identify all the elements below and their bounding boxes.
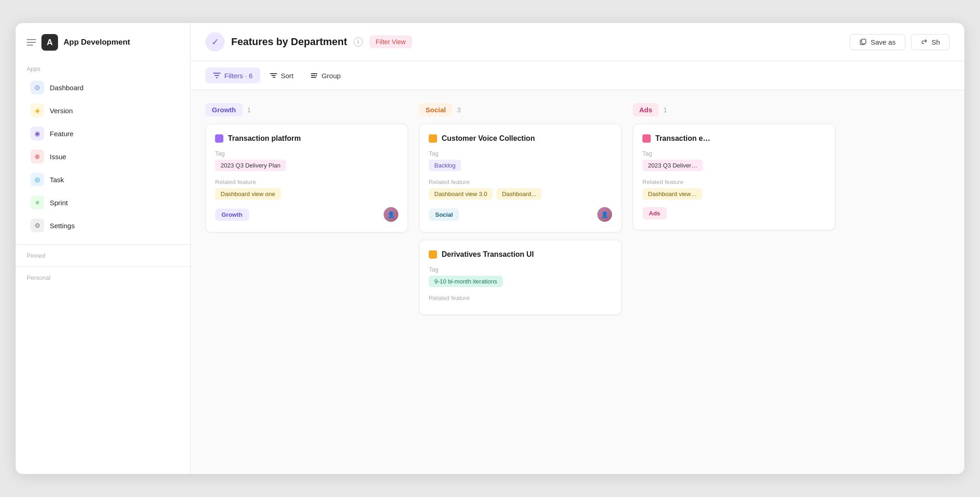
info-icon[interactable]: i [354,37,363,46]
card-tag-section: Tag Backlog [429,150,612,171]
share-button[interactable]: Sh [911,34,950,50]
card-transaction-ex: Transaction e… Tag 2023 Q3 Deliver… Rela… [633,124,835,230]
save-as-button[interactable]: Save as [850,34,905,50]
sidebar-item-feature[interactable]: ◉ Feature [19,122,187,145]
sidebar-divider-1 [16,244,190,245]
sidebar-nav: ⊙ Dashboard ◈ Version ◉ Feature ⊗ Issue … [16,76,190,237]
column-count-ads: 1 [663,106,667,114]
sidebar-item-label: Version [50,107,73,115]
column-ads: Ads 1 Transaction e… Tag 2023 Q3 Deliver… [633,103,835,461]
related-feature-label: Related feature [215,179,398,185]
card-footer: Growth 👤 [215,207,398,222]
header-right: Save as Sh [850,34,950,50]
sidebar-item-issue[interactable]: ⊗ Issue [19,145,187,168]
sidebar: A App Development Apps ⊙ Dashboard ◈ Ver… [16,23,191,474]
sidebar-item-task[interactable]: ◎ Task [19,168,187,191]
tag-chip: 2023 Q3 Delivery Plan [215,160,286,171]
share-icon [921,38,928,46]
sidebar-item-settings[interactable]: ⚙ Settings [19,214,187,237]
task-icon: ◎ [30,173,44,186]
version-icon: ◈ [30,104,44,117]
card-title-row: Transaction platform [215,134,398,143]
toolbar: Filters · 6 Sort Group [191,61,964,90]
column-header-social: Social 3 [419,103,622,116]
related-features: Dashboard view one [215,188,398,200]
sidebar-item-label: Dashboard [50,84,83,92]
dept-badge-ads: Ads [642,207,667,220]
copy-icon [859,38,867,46]
svg-rect-1 [862,39,866,44]
card-tag-section: Tag 2023 Q3 Deliver… [642,150,826,171]
app-logo: A [41,34,58,51]
column-growth: Growth 1 Transaction platform Tag 2023 Q… [205,103,408,461]
group-icon [310,71,318,80]
card-tag-section: Tag 9-10 bi-month iterations [429,266,612,287]
tag-label: Tag [429,266,612,273]
sort-button[interactable]: Sort [262,68,301,83]
pinned-section-label: Pinned [16,252,190,259]
tag-label: Tag [429,150,612,157]
avatar: 👤 [384,207,398,222]
column-label-growth: Growth [205,103,243,116]
sidebar-item-label: Task [50,176,64,184]
card-footer: Ads [642,207,826,220]
settings-icon: ⚙ [30,219,44,232]
sidebar-divider-2 [16,266,190,267]
related-features: Dashboard view… [642,188,826,200]
issue-icon: ⊗ [30,150,44,163]
card-dot-orange [429,250,437,259]
card-dot-orange [429,134,437,143]
column-label-ads: Ads [633,103,659,116]
tag-chip: 2023 Q3 Deliver… [642,160,703,171]
card-related-section: Related feature Dashboard view… [642,179,826,200]
column-label-social: Social [419,103,452,116]
view-icon-wrapper: ✓ [205,32,225,52]
dept-badge-social: Social [429,208,459,221]
card-derivatives-transaction: Derivatives Transaction UI Tag 9-10 bi-m… [419,240,622,315]
card-dot-pink [642,134,651,143]
column-social: Social 3 Customer Voice Collection Tag B… [419,103,622,461]
card-title: Customer Voice Collection [442,134,535,143]
card-footer: Social 👤 [429,207,612,222]
sidebar-item-version[interactable]: ◈ Version [19,99,187,122]
column-count-growth: 1 [247,106,251,114]
tag-chip-green: 9-10 bi-month iterations [429,276,503,287]
svg-point-2 [316,75,317,76]
column-count-social: 3 [457,106,461,114]
card-tag-section: Tag 2023 Q3 Delivery Plan [215,150,398,171]
sidebar-item-sprint[interactable]: ≡ Sprint [19,191,187,214]
personal-section-label: Personal [16,274,190,281]
card-dot-purple [215,134,223,143]
column-header-growth: Growth 1 [205,103,408,116]
tag-label: Tag [215,150,398,157]
group-button[interactable]: Group [303,68,348,83]
card-related-section: Related feature [429,295,612,304]
filter-view-badge[interactable]: Filter View [369,35,412,48]
feature-icon: ◉ [30,127,44,140]
card-related-section: Related feature Dashboard view 3.0 Dashb… [429,179,612,200]
sidebar-item-label: Settings [50,222,75,230]
related-feature-label: Related feature [429,179,612,185]
card-title-row: Customer Voice Collection [429,134,612,143]
dashboard-icon: ⊙ [30,81,44,94]
card-related-section: Related feature Dashboard view one [215,179,398,200]
related-chip: Dashboard view… [642,188,702,200]
main-content: ✓ Features by Department i Filter View S… [191,23,964,474]
card-title: Derivatives Transaction UI [442,250,534,259]
menu-icon[interactable] [27,39,36,46]
check-icon: ✓ [211,36,219,47]
card-customer-voice: Customer Voice Collection Tag Backlog Re… [419,124,622,232]
related-feature-label: Related feature [429,295,612,301]
dept-badge-growth: Growth [215,208,249,221]
related-chip-2: Dashboard... [496,188,542,200]
related-chip-1: Dashboard view 3.0 [429,188,493,200]
sidebar-item-dashboard[interactable]: ⊙ Dashboard [19,76,187,99]
app-name: App Development [64,38,130,47]
sidebar-item-label: Feature [50,130,74,138]
board-area: Growth 1 Transaction platform Tag 2023 Q… [191,90,964,474]
sprint-icon: ≡ [30,196,44,209]
column-header-ads: Ads 1 [633,103,835,116]
filters-button[interactable]: Filters · 6 [205,68,260,83]
related-features: Dashboard view 3.0 Dashboard... [429,188,612,200]
tag-label: Tag [642,150,826,157]
